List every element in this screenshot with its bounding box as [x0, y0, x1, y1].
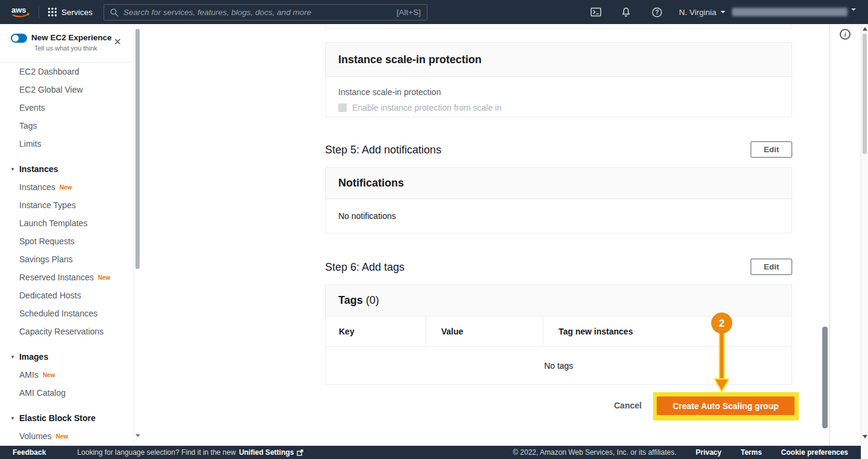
edit-tags-button[interactable]: Edit — [751, 259, 792, 275]
sidebar-item-label: Instance Types — [19, 200, 76, 210]
cookie-preferences-link[interactable]: Cookie preferences — [781, 448, 848, 457]
content-scrollbar-thumb[interactable] — [822, 327, 828, 428]
notifications-bell-icon[interactable] — [617, 0, 635, 24]
sidebar-item-capacity-reservations[interactable]: Capacity Reservations — [0, 322, 134, 340]
sidebar-item-dedicated-hosts[interactable]: Dedicated Hosts — [0, 286, 134, 304]
previous-card-remnant — [325, 24, 792, 29]
sidebar-section-elastic-block-store[interactable]: ▼Elastic Block Store — [0, 409, 134, 427]
tags-table-header: KeyValueTag new instances — [326, 316, 792, 347]
section-caret-icon: ▼ — [10, 416, 15, 421]
search-icon — [110, 8, 119, 17]
search-bar[interactable]: [Alt+S] — [104, 4, 427, 20]
sidebar-item-label: Images — [19, 352, 48, 362]
card-title: Notifications — [338, 177, 404, 189]
notifications-card: Notifications No notifications — [325, 167, 792, 233]
tags-column-header-tag-new-instances: Tag new instances — [544, 316, 792, 347]
privacy-link[interactable]: Privacy — [696, 448, 722, 457]
sidebar-item-label: Capacity Reservations — [19, 327, 104, 336]
step5-heading: Step 5: Add notifications — [325, 143, 441, 156]
sidebar-item-amis[interactable]: AMIsNew — [0, 366, 134, 384]
cancel-button[interactable]: Cancel — [614, 401, 642, 410]
edit-notifications-button[interactable]: Edit — [751, 141, 792, 158]
scale-in-field-label: Instance scale-in protection — [338, 87, 779, 97]
cloudshell-icon[interactable] — [587, 0, 605, 24]
feedback-link[interactable]: Feedback — [13, 448, 46, 457]
page-scrollbar[interactable] — [861, 24, 868, 459]
sidebar-item-ami-catalog[interactable]: AMI Catalog — [0, 384, 134, 402]
svg-text:aws: aws — [11, 5, 26, 14]
section-caret-icon: ▼ — [10, 167, 15, 172]
new-badge: New — [56, 433, 69, 440]
help-rail: i — [829, 24, 861, 446]
search-input[interactable] — [123, 8, 392, 17]
sidebar-item-label: Volumes — [19, 431, 52, 441]
sidebar-item-ec2-global-view[interactable]: EC2 Global View — [0, 81, 134, 99]
sidebar-item-tags[interactable]: Tags — [0, 117, 134, 135]
terms-link[interactable]: Terms — [740, 448, 761, 457]
sidebar-item-scheduled-instances[interactable]: Scheduled Instances — [0, 304, 134, 322]
sidebar-item-reserved-instances[interactable]: Reserved InstancesNew — [0, 268, 134, 286]
sidebar-item-limits[interactable]: Limits — [0, 135, 134, 153]
sidebar-item-label: Savings Plans — [19, 254, 73, 264]
new-badge: New — [98, 274, 111, 281]
sidebar-item-label: AMIs — [19, 370, 39, 380]
card-header: Notifications — [326, 168, 792, 199]
page-scrollbar-thumb[interactable] — [863, 34, 867, 154]
services-label: Services — [61, 8, 93, 17]
card-body: Instance scale-in protection Enable inst… — [326, 77, 792, 123]
scale-in-protection-card: Instance scale-in protection Instance sc… — [325, 42, 792, 117]
sidebar-item-launch-templates[interactable]: Launch Templates — [0, 214, 134, 232]
sidebar-item-savings-plans[interactable]: Savings Plans — [0, 250, 134, 268]
sidebar-nav: EC2 DashboardEC2 Global ViewEventsTagsLi… — [0, 63, 134, 445]
info-icon[interactable]: i — [840, 29, 851, 40]
tags-title: Tags — [338, 294, 363, 306]
top-navigation-bar: aws Services [Alt+S] — [0, 0, 868, 24]
new-experience-toggle[interactable] — [11, 34, 27, 43]
step6-heading: Step 6: Add tags — [325, 260, 405, 274]
new-experience-subtitle[interactable]: Tell us what you think — [34, 45, 98, 52]
account-name-redacted[interactable] — [732, 8, 848, 16]
sidebar-item-label: Events — [19, 103, 45, 112]
scale-in-checkbox-label: Enable instance protection from scale in — [352, 103, 501, 112]
aws-logo[interactable]: aws — [11, 5, 33, 22]
sidebar-scrollbar-thumb[interactable] — [135, 29, 140, 269]
section-caret-icon: ▼ — [10, 354, 15, 360]
sidebar-item-label: Reserved Instances — [19, 273, 94, 282]
sidebar-item-instance-types[interactable]: Instance Types — [0, 196, 134, 214]
ec2-sidebar: New EC2 Experience Tell us what you thin… — [0, 24, 134, 446]
tags-empty-text: No tags — [326, 347, 792, 384]
sidebar-item-events[interactable]: Events — [0, 99, 134, 117]
create-auto-scaling-group-button[interactable]: Create Auto Scaling group — [657, 396, 795, 415]
sidebar-item-volumes[interactable]: VolumesNew — [0, 427, 134, 445]
tags-column-header-key: Key — [326, 316, 426, 347]
sidebar-item-label: Elastic Block Store — [19, 413, 96, 423]
services-menu[interactable]: Services — [48, 0, 93, 24]
ec2-console-window: aws Services [Alt+S] — [0, 0, 868, 459]
sidebar-item-label: Instances — [19, 164, 58, 174]
sidebar-item-label: Instances — [19, 182, 55, 192]
sidebar-section-instances[interactable]: ▼Instances — [0, 160, 134, 178]
sidebar-item-label: Launch Templates — [19, 218, 87, 228]
search-shortcut-hint: [Alt+S] — [397, 8, 421, 17]
services-grid-icon — [48, 8, 57, 16]
account-menu[interactable] — [851, 11, 856, 22]
chevron-down-icon — [851, 8, 856, 21]
tags-count: (0) — [366, 294, 379, 306]
tags-card: Tags (0) KeyValueTag new instances No ta… — [325, 285, 792, 385]
sidebar-section-images[interactable]: ▼Images — [0, 348, 134, 366]
unified-settings-link[interactable]: Unified Settings — [239, 448, 294, 457]
sidebar-item-ec2-dashboard[interactable]: EC2 Dashboard — [0, 63, 134, 81]
sidebar-item-spot-requests[interactable]: Spot Requests — [0, 232, 134, 250]
region-selector[interactable]: N. Virginia — [679, 0, 725, 24]
scale-in-protection-checkbox[interactable] — [338, 103, 347, 112]
sidebar-item-label: Limits — [19, 139, 42, 149]
sidebar-scrollbar[interactable] — [134, 24, 140, 446]
close-icon[interactable]: ✕ — [114, 37, 122, 47]
review-asg-content: Instance scale-in protection Instance sc… — [140, 24, 829, 446]
card-title: Instance scale-in protection — [338, 54, 482, 66]
notifications-empty-text: No notifications — [326, 199, 792, 233]
sidebar-item-instances[interactable]: InstancesNew — [0, 178, 134, 196]
scroll-down-icon[interactable] — [863, 435, 867, 439]
help-icon[interactable]: ? — [648, 0, 666, 24]
scroll-up-icon[interactable] — [863, 27, 867, 31]
